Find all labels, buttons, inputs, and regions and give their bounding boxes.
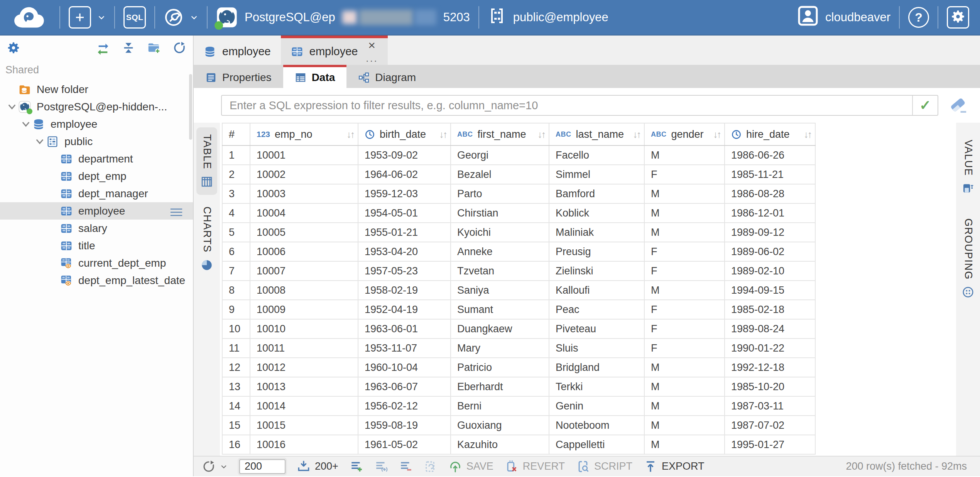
chevron-down-icon[interactable] (5, 102, 19, 112)
cell[interactable]: Sluis (549, 338, 644, 358)
collapse-all-icon[interactable] (122, 41, 135, 54)
cell[interactable]: 1987-03-11 (725, 396, 815, 416)
cell[interactable]: 1992-12-18 (725, 358, 815, 377)
cell[interactable]: 1963-06-07 (358, 377, 451, 396)
presentation-tab-value[interactable]: VALUE (958, 133, 978, 201)
tab-employee-database[interactable]: employee (194, 36, 281, 65)
cell[interactable]: 1956-02-12 (358, 396, 451, 416)
cell[interactable]: M (644, 145, 725, 165)
row-number-cell[interactable]: 9 (222, 300, 250, 319)
cell[interactable]: 10010 (250, 319, 358, 338)
cell[interactable]: Piveteau (549, 319, 644, 338)
cell[interactable]: 1953-04-20 (358, 242, 451, 261)
cell[interactable]: Peac (549, 300, 644, 319)
cell[interactable]: 1957-05-23 (358, 261, 451, 281)
cell[interactable]: 10006 (250, 242, 358, 261)
cell[interactable]: Saniya (451, 281, 549, 300)
cell[interactable]: 1955-01-21 (358, 223, 451, 242)
row-number-cell[interactable]: 16 (222, 435, 250, 454)
save-button[interactable]: SAVE (449, 460, 493, 473)
tab-properties[interactable]: Properties (194, 65, 283, 88)
cell[interactable]: Facello (549, 145, 644, 165)
sort-icon[interactable]: ↓↑ (439, 129, 446, 140)
row-number-cell[interactable]: 15 (222, 416, 250, 435)
cell[interactable]: 10015 (250, 416, 358, 435)
cell[interactable]: 10005 (250, 223, 358, 242)
cell[interactable]: 1985-02-18 (725, 300, 815, 319)
cell[interactable]: 1964-06-02 (358, 165, 451, 184)
cell[interactable]: 1952-04-19 (358, 300, 451, 319)
fetch-more-button[interactable]: 200+ (297, 460, 338, 473)
tree-item-employee[interactable]: employee (0, 202, 193, 220)
cell[interactable]: 1959-08-19 (358, 416, 451, 435)
cell[interactable]: 1994-09-15 (725, 281, 815, 300)
cell[interactable]: Parto (451, 184, 549, 203)
row-number-cell[interactable]: 10 (222, 319, 250, 338)
tab-diagram[interactable]: Diagram (346, 65, 427, 88)
cell[interactable]: 10009 (250, 300, 358, 319)
cell[interactable]: Anneke (451, 242, 549, 261)
tree-item-dept-emp[interactable]: dept_emp (0, 167, 193, 185)
row-number-cell[interactable]: 11 (222, 338, 250, 358)
row-number-cell[interactable]: 5 (222, 223, 250, 242)
chevron-down-icon[interactable] (97, 13, 106, 22)
export-button[interactable]: EXPORT (644, 460, 705, 473)
cell[interactable]: 1958-02-19 (358, 281, 451, 300)
cell[interactable]: Nooteboom (549, 416, 644, 435)
cell[interactable]: M (644, 223, 725, 242)
cell[interactable]: M (644, 416, 725, 435)
presentation-tab-grouping[interactable]: GROUPING (958, 211, 978, 305)
row-number-cell[interactable]: 4 (222, 203, 250, 223)
row-number-cell[interactable]: 3 (222, 184, 250, 203)
cell[interactable]: 1963-06-01 (358, 319, 451, 338)
cell[interactable]: 10012 (250, 358, 358, 377)
cell[interactable]: 1989-02-10 (725, 261, 815, 281)
cell[interactable]: 1990-01-22 (725, 338, 815, 358)
new-object-button[interactable] (69, 6, 106, 29)
cell[interactable]: 1989-06-02 (725, 242, 815, 261)
revert-button[interactable]: REVERT (505, 460, 565, 473)
row-number-cell[interactable]: 12 (222, 358, 250, 377)
connection-selector[interactable]: PostgreSQL@ep 5203 (216, 7, 470, 28)
cell[interactable]: Georgi (451, 145, 549, 165)
sort-icon[interactable]: ↓↑ (537, 129, 545, 140)
cell[interactable]: 1989-09-12 (725, 223, 815, 242)
cell[interactable]: 10003 (250, 184, 358, 203)
clear-filter-button[interactable] (948, 97, 968, 114)
cell[interactable]: 1954-05-01 (358, 203, 451, 223)
cell[interactable]: Mary (451, 338, 549, 358)
row-number-cell[interactable]: 6 (222, 242, 250, 261)
cell[interactable]: Eberhardt (451, 377, 549, 396)
row-limit-input[interactable] (239, 459, 286, 474)
cell[interactable]: M (644, 281, 725, 300)
sort-icon[interactable]: ↓↑ (804, 129, 811, 140)
chevron-down-icon[interactable] (19, 120, 32, 129)
chevron-down-icon[interactable] (190, 13, 198, 22)
column-header-gender[interactable]: ABCgender↓↑ (644, 123, 725, 145)
sidebar-scrollbar[interactable] (189, 74, 192, 140)
presentation-tab-charts[interactable]: CHARTS (196, 200, 217, 278)
cell[interactable]: F (644, 261, 725, 281)
cell[interactable]: Berni (451, 396, 549, 416)
apply-filter-button[interactable]: ✓ (912, 96, 938, 115)
cell[interactable]: Maliniak (549, 223, 644, 242)
cell[interactable]: Tzvetan (451, 261, 549, 281)
cell[interactable]: 10011 (250, 338, 358, 358)
tree-item-salary[interactable]: salary (0, 220, 193, 237)
sort-icon[interactable]: ↓↑ (633, 129, 640, 140)
cell[interactable]: Sumant (451, 300, 549, 319)
cell[interactable]: 10001 (250, 145, 358, 165)
cell[interactable]: 10007 (250, 261, 358, 281)
cell[interactable]: 1987-07-02 (725, 416, 815, 435)
cell[interactable]: 10016 (250, 435, 358, 454)
tree-item-dept-manager[interactable]: dept_manager (0, 185, 193, 202)
cell[interactable]: 10002 (250, 165, 358, 184)
row-number-cell[interactable]: 2 (222, 165, 250, 184)
delete-row-button[interactable] (399, 460, 412, 473)
sql-filter-input[interactable] (222, 96, 912, 115)
cell[interactable]: F (644, 300, 725, 319)
column-header-first_name[interactable]: ABCfirst_name↓↑ (451, 123, 549, 145)
cell[interactable]: 1986-12-01 (725, 203, 815, 223)
column-header-birth_date[interactable]: birth_date↓↑ (358, 123, 451, 145)
add-row-button[interactable] (350, 460, 363, 473)
